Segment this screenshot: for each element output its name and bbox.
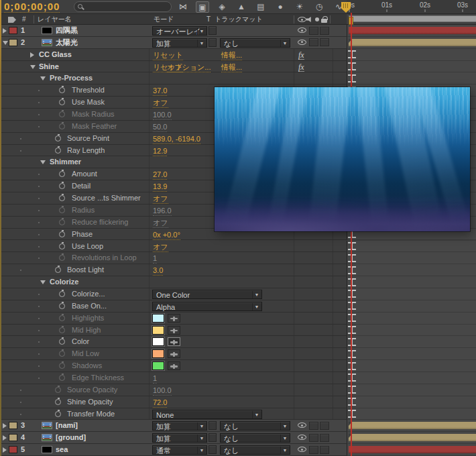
property-value[interactable]: 27.0 [153,170,167,180]
eyedropper-icon[interactable] [168,349,180,358]
stopwatch-icon[interactable] [55,135,61,141]
layer-label-swatch[interactable] [9,446,17,453]
preserve-transparency-checkbox[interactable] [209,26,217,35]
stopwatch-icon[interactable] [59,195,65,201]
color-swatch[interactable] [152,314,164,323]
frame-blending-icon[interactable]: ▤ [254,1,267,13]
stopwatch-icon[interactable] [59,291,65,297]
layer-row[interactable]: 5sea通常▼なし▼ [0,444,476,456]
eyedropper-icon[interactable] [168,337,180,346]
layer-row[interactable]: 2太陽光加算▼なし▼ [0,37,476,49]
video-eye-icon[interactable] [298,40,306,45]
switch-box[interactable] [320,27,329,35]
property-value[interactable]: オフ [153,242,168,252]
layer-duration-bar[interactable] [349,446,476,453]
switch-box[interactable] [320,422,329,430]
auto-keyframe-icon[interactable]: ◷ [312,1,326,13]
effect-link[interactable]: 情報... [221,50,242,60]
color-swatch[interactable] [152,326,164,335]
property-value[interactable]: 12.9 [153,146,167,156]
column-mode[interactable]: モード [154,14,174,25]
stopwatch-icon[interactable] [59,339,65,345]
property-value[interactable]: オフ [153,98,168,108]
stopwatch-icon[interactable] [59,303,65,309]
color-swatch[interactable] [152,361,164,370]
switch-box[interactable] [320,446,329,454]
switch-box[interactable] [309,422,318,430]
switch-box[interactable] [320,38,329,46]
effect-link[interactable]: リセット [153,50,183,60]
preserve-transparency-checkbox[interactable] [209,421,217,430]
mode-dropdown[interactable]: 通常▼ [152,445,207,455]
layer-row[interactable]: 4[ground]加算▼なし▼ [0,432,476,444]
twirl-icon[interactable] [40,160,46,164]
search-input[interactable] [74,1,172,12]
switch-box[interactable] [309,38,318,46]
live-update-icon[interactable]: ▣ [196,1,209,13]
stopwatch-icon[interactable] [59,171,65,177]
property-value[interactable]: 3.0 [153,266,163,276]
property-value[interactable]: 37.0 [153,86,167,96]
layer-label-swatch[interactable] [9,434,17,441]
property-value[interactable]: オフ [153,194,168,204]
property-value[interactable]: 0x +0.0° [153,230,180,240]
composition-mini-flowchart-icon[interactable]: ⋈ [176,1,190,13]
layer-duration-bar[interactable] [349,422,476,429]
eyedropper-icon[interactable] [168,361,180,370]
switch-box[interactable] [309,446,318,454]
track-matte-dropdown[interactable]: なし▼ [220,38,290,48]
layer-duration-bar[interactable] [349,27,476,34]
twirl-icon[interactable] [40,280,46,284]
column-layer-name[interactable]: レイヤー名 [38,14,72,25]
twirl-icon[interactable] [3,435,7,441]
color-swatch[interactable] [152,349,164,358]
fx-badge-icon[interactable]: fx [298,51,304,60]
stopwatch-icon[interactable] [55,411,61,417]
mode-dropdown[interactable]: オーバーレイ▼ [152,26,207,36]
preserve-transparency-checkbox[interactable] [209,433,217,442]
layer-row[interactable]: 3[nami]加算▼なし▼ [0,420,476,432]
preserve-transparency-checkbox[interactable] [209,445,217,454]
video-eye-icon[interactable] [298,447,306,452]
twirl-icon[interactable] [3,41,8,45]
layer-duration-bar[interactable] [349,434,476,441]
color-swatch[interactable] [152,337,164,346]
stopwatch-icon[interactable] [55,399,61,405]
brainstorm-icon[interactable]: ☀ [293,1,306,13]
preserve-transparency-checkbox[interactable] [209,38,217,47]
property-value[interactable]: 72.0 [153,398,167,408]
fx-badge-icon[interactable]: fx [298,63,304,72]
stopwatch-icon[interactable] [55,148,61,154]
video-eye-icon[interactable] [298,27,306,33]
layer-row[interactable]: 1四隅黒オーバーレイ▼ [0,25,476,37]
time-ruler[interactable]: 00s01s02s03s [347,0,476,14]
twirl-icon[interactable] [3,447,7,453]
effect-link[interactable]: 情報... [221,62,242,72]
stopwatch-icon[interactable] [55,267,61,273]
track-matte-dropdown[interactable]: なし▼ [220,421,290,431]
column-number[interactable]: # [22,14,26,25]
video-eye-icon[interactable] [298,435,306,440]
mode-dropdown[interactable]: 加算▼ [152,38,207,48]
property-value[interactable]: 13.9 [153,182,167,192]
column-t[interactable]: T [206,14,211,25]
stopwatch-icon[interactable] [59,183,65,189]
stopwatch-icon[interactable] [59,243,65,249]
switch-box[interactable] [309,434,318,442]
property-dropdown[interactable]: None▼ [152,410,262,419]
twirl-icon[interactable] [3,28,7,34]
stopwatch-icon[interactable] [59,99,65,105]
switch-box[interactable] [320,434,329,442]
motion-blur-icon[interactable]: ● [274,1,287,13]
twirl-icon[interactable] [40,76,46,80]
twirl-icon[interactable] [30,52,34,58]
column-track-matte[interactable]: トラックマット [215,14,263,25]
layer-label-swatch[interactable] [9,422,17,429]
draft-3d-icon[interactable]: ◈ [215,1,229,13]
track-matte-dropdown[interactable]: なし▼ [220,433,290,443]
layer-label-swatch[interactable] [9,27,17,34]
track-matte-dropdown[interactable]: なし▼ [220,445,290,455]
eyedropper-icon[interactable] [168,326,180,335]
stopwatch-icon[interactable] [59,231,65,237]
twirl-icon[interactable] [30,65,36,69]
